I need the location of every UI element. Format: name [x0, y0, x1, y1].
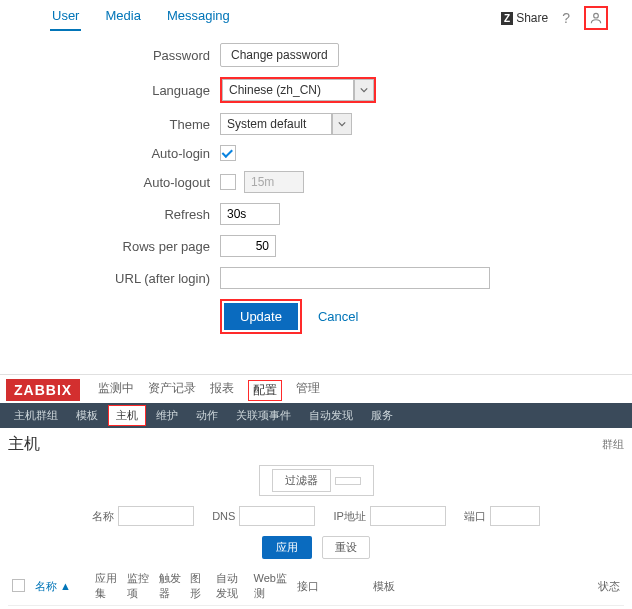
- menu-inventory[interactable]: 资产记录: [148, 380, 196, 401]
- cancel-button[interactable]: Cancel: [318, 309, 358, 324]
- col-triggers[interactable]: 触发器: [155, 567, 187, 606]
- col-name[interactable]: 名称 ▲: [35, 580, 71, 592]
- page-title: 主机: [8, 434, 40, 455]
- col-apps[interactable]: 应用集: [91, 567, 123, 606]
- url-label: URL (after login): [10, 271, 220, 286]
- rows-input[interactable]: [220, 235, 276, 257]
- filter-toggle-label: 过滤器: [272, 469, 331, 492]
- header-utils: Z Share ?: [501, 4, 622, 30]
- person-icon: [589, 11, 603, 25]
- filter-name-input[interactable]: [118, 506, 194, 526]
- tab-user[interactable]: User: [50, 4, 81, 31]
- theme-value: System default: [227, 117, 306, 131]
- tab-messaging[interactable]: Messaging: [165, 4, 232, 31]
- col-web[interactable]: Web监测: [250, 567, 293, 606]
- menu-reports[interactable]: 报表: [210, 380, 234, 401]
- filter-dns-input[interactable]: [239, 506, 315, 526]
- col-interface[interactable]: 接口: [293, 567, 369, 606]
- share-link[interactable]: Z Share: [501, 11, 548, 25]
- menu-configuration[interactable]: 配置: [248, 380, 282, 401]
- z-badge-icon: Z: [501, 12, 513, 25]
- autologin-checkbox[interactable]: [220, 145, 236, 161]
- filter-name-label: 名称: [92, 509, 114, 524]
- col-status[interactable]: 状态: [594, 567, 624, 606]
- filter-ip-input[interactable]: [370, 506, 446, 526]
- autologout-label: Auto-logout: [10, 175, 220, 190]
- change-password-button[interactable]: Change password: [220, 43, 339, 67]
- select-all-checkbox[interactable]: [12, 579, 25, 592]
- autologout-checkbox[interactable]: [220, 174, 236, 190]
- zabbix-hosts-panel: ZABBIX 监测中 资产记录 报表 配置 管理 主机群组 模板 主机 维护 动…: [0, 374, 632, 609]
- table-header-row: 名称 ▲ 应用集 监控项 触发器 图形 自动发现 Web监测 接口 模板 状态: [8, 567, 624, 606]
- zabbix-main-menu: 监测中 资产记录 报表 配置 管理: [98, 380, 320, 401]
- zabbix-topnav: ZABBIX 监测中 资产记录 报表 配置 管理: [0, 374, 632, 403]
- autologout-input: [244, 171, 304, 193]
- sub-hostgroups[interactable]: 主机群组: [6, 405, 66, 426]
- language-select[interactable]: Chinese (zh_CN): [220, 77, 376, 103]
- row-templates: Template App Zabbix Server, Template OS …: [369, 606, 594, 610]
- sub-maintenance[interactable]: 维护: [148, 405, 186, 426]
- sub-discovery[interactable]: 自动发现: [301, 405, 361, 426]
- filter-reset-button[interactable]: 重设: [322, 536, 370, 559]
- sub-templates[interactable]: 模板: [68, 405, 106, 426]
- filter-ip-label: IP地址: [333, 509, 365, 524]
- triangle-up-icon: [335, 477, 361, 485]
- language-label: Language: [10, 83, 220, 98]
- user-menu-button[interactable]: [584, 6, 608, 30]
- zabbix-submenu: 主机群组 模板 主机 维护 动作 关联项事件 自动发现 服务: [0, 403, 632, 428]
- update-button[interactable]: Update: [224, 303, 298, 330]
- zabbix-logo[interactable]: ZABBIX: [6, 379, 80, 401]
- rows-label: Rows per page: [10, 239, 220, 254]
- col-templates[interactable]: 模板: [369, 567, 594, 606]
- hosts-table: 名称 ▲ 应用集 监控项 触发器 图形 自动发现 Web监测 接口 模板 状态 …: [8, 567, 624, 609]
- language-value: Chinese (zh_CN): [229, 83, 321, 97]
- table-row: Zabbix server 应用集11 监控项66 触发器46 图形11 自动发…: [8, 606, 624, 610]
- col-items[interactable]: 监控项: [123, 567, 155, 606]
- chevron-down-icon: [354, 79, 374, 101]
- theme-select[interactable]: System default: [220, 113, 352, 135]
- autologin-label: Auto-login: [10, 146, 220, 161]
- refresh-label: Refresh: [10, 207, 220, 222]
- filter-row: 名称 DNS IP地址 端口: [8, 502, 624, 536]
- help-icon[interactable]: ?: [562, 10, 570, 26]
- password-label: Password: [10, 48, 220, 63]
- menu-monitoring[interactable]: 监测中: [98, 380, 134, 401]
- tab-media[interactable]: Media: [103, 4, 142, 31]
- update-highlight: Update: [220, 299, 302, 334]
- menu-administration[interactable]: 管理: [296, 380, 320, 401]
- user-profile-panel: User Media Messaging Z Share ? Password …: [0, 0, 632, 344]
- filter-port-label: 端口: [464, 509, 486, 524]
- chevron-down-icon: [332, 113, 352, 135]
- group-filter-label[interactable]: 群组: [602, 437, 624, 452]
- theme-label: Theme: [10, 117, 220, 132]
- profile-form: Password Change password Language Chines…: [10, 31, 622, 344]
- filter-apply-button[interactable]: 应用: [262, 536, 312, 559]
- sub-hosts[interactable]: 主机: [108, 405, 146, 426]
- refresh-input[interactable]: [220, 203, 280, 225]
- filter-toggle[interactable]: 过滤器: [259, 465, 374, 496]
- filter-dns-label: DNS: [212, 510, 235, 522]
- share-label: Share: [516, 11, 548, 25]
- filter-port-input[interactable]: [490, 506, 540, 526]
- sub-services[interactable]: 服务: [363, 405, 401, 426]
- col-discovery[interactable]: 自动发现: [212, 567, 250, 606]
- url-input[interactable]: [220, 267, 490, 289]
- top-header: User Media Messaging Z Share ?: [10, 4, 622, 31]
- col-graphs[interactable]: 图形: [186, 567, 211, 606]
- profile-tabs: User Media Messaging: [10, 4, 232, 31]
- sub-correlation[interactable]: 关联项事件: [228, 405, 299, 426]
- sub-actions[interactable]: 动作: [188, 405, 226, 426]
- svg-point-0: [594, 13, 599, 18]
